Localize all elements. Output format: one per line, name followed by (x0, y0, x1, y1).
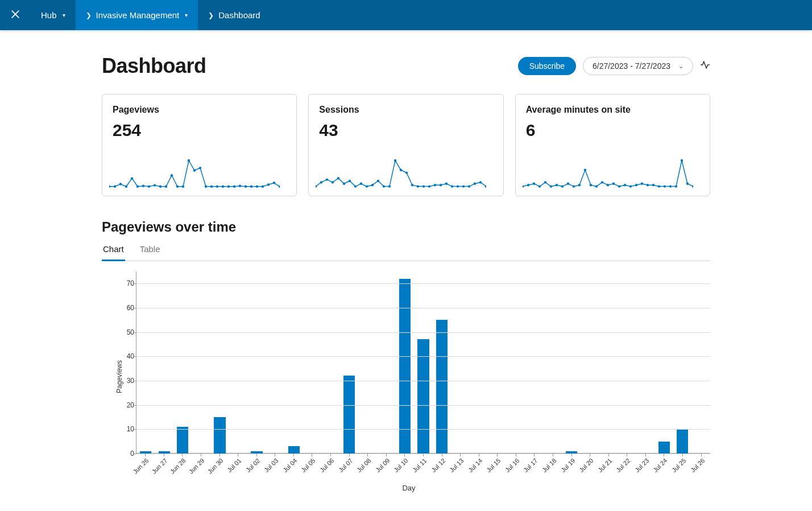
svg-point-13 (182, 186, 184, 188)
svg-point-37 (349, 180, 351, 182)
svg-point-88 (669, 185, 671, 187)
activity-icon[interactable] (700, 60, 710, 72)
x-tick-mark (386, 454, 387, 456)
svg-point-55 (451, 185, 453, 187)
tab-chart[interactable]: Chart (102, 241, 125, 261)
svg-point-11 (171, 174, 173, 176)
sparkline (316, 158, 486, 190)
bar-slot (470, 271, 488, 454)
bar-slot (377, 271, 396, 454)
summary-cards: Pageviews 254 Sessions 43 Average minute… (102, 94, 710, 196)
bar[interactable] (436, 320, 448, 454)
svg-point-63 (527, 184, 529, 186)
svg-point-80 (623, 184, 625, 186)
svg-point-89 (674, 185, 677, 187)
x-tick-label: Jul 04 (281, 457, 298, 473)
x-tick-mark (201, 454, 201, 456)
nav-hub[interactable]: Hub ▾ (31, 0, 76, 30)
card-sessions[interactable]: Sessions 43 (308, 94, 503, 196)
x-tick-mark (460, 454, 461, 456)
sparkline (109, 158, 280, 190)
svg-point-27 (262, 186, 264, 188)
bar-slot (507, 271, 525, 454)
svg-point-18 (210, 186, 213, 188)
x-tick-label: Jul 21 (596, 457, 613, 473)
x-tick-label: Jul 10 (393, 457, 409, 473)
svg-point-69 (561, 185, 563, 187)
svg-point-22 (233, 186, 235, 188)
y-tick-mark (134, 356, 136, 357)
x-tick-label: Jun 26 (132, 457, 150, 475)
svg-point-73 (583, 169, 586, 171)
svg-point-21 (227, 186, 230, 188)
bar-slot (618, 271, 636, 454)
svg-point-52 (434, 184, 436, 186)
x-tick-label: Jul 09 (374, 457, 391, 473)
x-tick-mark (571, 454, 572, 456)
x-tick-label: Jul 25 (670, 457, 687, 473)
svg-point-28 (267, 183, 270, 186)
svg-point-33 (326, 178, 328, 180)
bar-slot (192, 271, 211, 454)
x-tick-label: Jul 16 (504, 457, 520, 473)
subscribe-button[interactable]: Subscribe (518, 57, 576, 75)
y-tick-label: 60 (119, 304, 134, 312)
svg-point-51 (428, 185, 430, 187)
svg-point-2 (119, 183, 122, 185)
x-tick-label: Jul 15 (486, 457, 502, 473)
grid-line (136, 405, 710, 406)
x-axis-ticks: Jun 26Jun 27Jun 28Jun 29Jun 30Jul 01Jul … (136, 454, 710, 482)
tab-table[interactable]: Table (139, 241, 161, 261)
close-button[interactable] (0, 0, 31, 30)
nav-project[interactable]: ❯ Invasive Management ▾ (76, 0, 198, 30)
y-tick-mark (134, 283, 136, 284)
svg-point-39 (360, 183, 362, 185)
bar[interactable] (677, 429, 688, 454)
y-tick-mark (134, 308, 136, 308)
y-tick-label: 70 (119, 279, 134, 287)
svg-point-29 (273, 182, 275, 184)
bar[interactable] (399, 279, 411, 454)
grid-line (136, 283, 710, 284)
x-tick-mark (330, 454, 331, 456)
svg-point-86 (657, 185, 660, 187)
svg-point-26 (256, 186, 258, 188)
svg-point-20 (222, 186, 224, 188)
card-pageviews[interactable]: Pageviews 254 (102, 94, 297, 196)
svg-point-56 (457, 185, 459, 187)
bar-slot (414, 271, 433, 454)
x-tick-mark (645, 454, 646, 456)
x-tick-mark (627, 454, 627, 456)
bar[interactable] (343, 376, 355, 454)
x-tick-label: Jul 26 (689, 457, 706, 473)
nav-breadcrumb[interactable]: ❯ Dashboard (198, 0, 270, 30)
bar-slot (525, 271, 544, 454)
x-tick-label: Jul 02 (245, 457, 261, 473)
svg-point-64 (532, 183, 535, 185)
card-avg-minutes[interactable]: Average minutes on site 6 (515, 94, 710, 196)
x-tick-mark (219, 454, 220, 456)
svg-point-67 (549, 185, 552, 187)
svg-point-45 (394, 159, 396, 162)
nav-breadcrumb-label: Dashboard (218, 10, 260, 20)
svg-point-7 (148, 186, 150, 188)
x-tick-mark (423, 454, 424, 456)
x-tick-label: Jul 22 (615, 457, 632, 473)
y-tick-label: 40 (119, 352, 134, 360)
svg-point-60 (479, 181, 482, 183)
bar[interactable] (658, 442, 670, 454)
bar[interactable] (288, 446, 300, 454)
bar[interactable] (214, 417, 225, 454)
bar-slot (433, 271, 451, 454)
bar-slot (155, 271, 174, 454)
bars-container (136, 271, 710, 454)
x-tick-mark (608, 454, 609, 456)
date-range-picker[interactable]: 6/27/2023 - 7/27/2023 ⌄ (583, 57, 693, 75)
chevron-right-icon: ❯ (86, 11, 92, 19)
card-label: Sessions (319, 105, 492, 115)
svg-point-6 (142, 185, 144, 187)
x-tick-label: Jul 19 (560, 457, 576, 473)
y-tick-mark (134, 332, 136, 333)
bar[interactable] (177, 427, 188, 454)
svg-point-12 (176, 186, 179, 188)
